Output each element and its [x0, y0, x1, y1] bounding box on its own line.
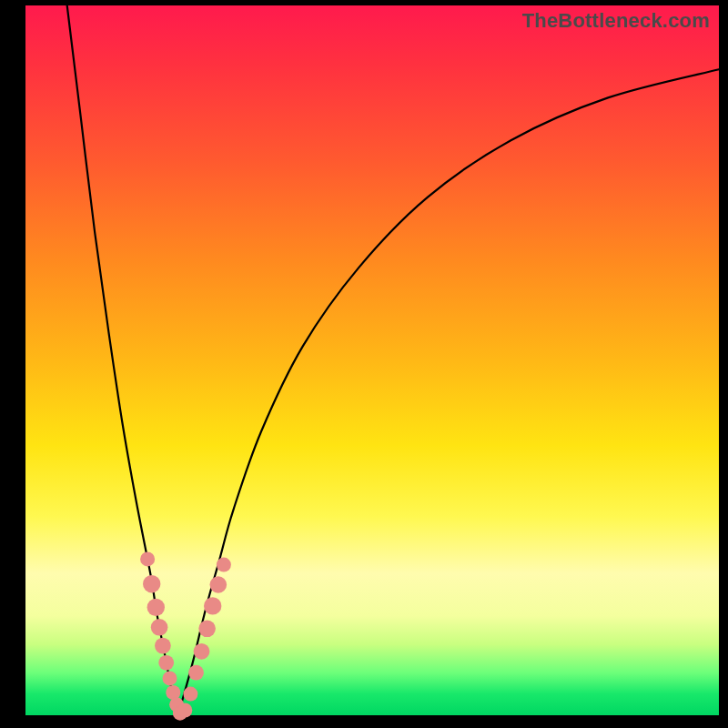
curve-svg [25, 5, 719, 715]
bead-marker [155, 638, 171, 654]
plot-area: TheBottleneck.com [25, 5, 719, 715]
curve-group [67, 5, 719, 715]
chart-frame: TheBottleneck.com [0, 0, 728, 728]
bead-marker [217, 558, 231, 572]
bead-marker [210, 576, 228, 593]
bead-group [140, 551, 231, 720]
bead-marker [158, 655, 174, 671]
bead-marker [204, 597, 221, 614]
bead-marker [151, 619, 168, 636]
bead-marker [147, 599, 165, 616]
curve-right-branch [178, 69, 719, 715]
bead-marker [143, 575, 160, 592]
bead-marker [177, 703, 192, 718]
bead-marker [140, 551, 155, 566]
bead-marker [163, 671, 177, 685]
bead-marker [198, 621, 216, 638]
bead-marker [194, 643, 210, 660]
bead-marker [183, 687, 197, 702]
bead-marker [188, 665, 204, 681]
